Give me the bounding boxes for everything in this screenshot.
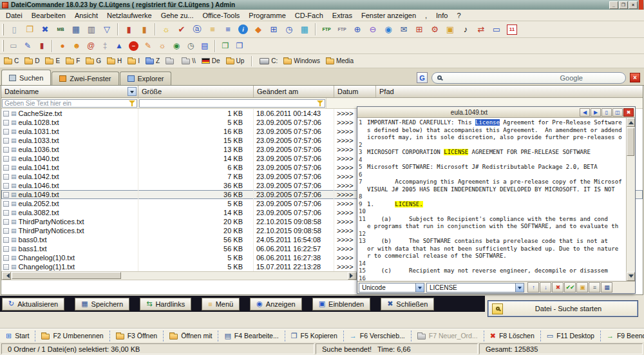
mail-icon[interactable]: ✉ bbox=[397, 23, 411, 36]
preview-print-button[interactable]: ≡ bbox=[589, 282, 600, 293]
network-button[interactable] bbox=[166, 57, 176, 64]
save-as-icon[interactable]: ❐ bbox=[23, 23, 37, 36]
fkey-f11-desktop[interactable]: ▭F11 Desktop bbox=[541, 331, 601, 341]
check-icon[interactable]: ✔ bbox=[175, 23, 189, 36]
drive-c-button[interactable]: C bbox=[4, 57, 19, 64]
diamond-icon[interactable]: ◆ bbox=[251, 23, 265, 36]
monitor-icon[interactable]: ▭ bbox=[489, 23, 504, 36]
info-icon[interactable]: i bbox=[238, 24, 248, 34]
music-note-icon[interactable]: ♪ bbox=[459, 23, 473, 36]
path-windows[interactable]: Windows bbox=[283, 57, 320, 64]
close-file-icon[interactable]: ✖ bbox=[38, 23, 52, 36]
window-blue-icon[interactable]: ❐ bbox=[233, 40, 246, 52]
ftp-gray-icon[interactable]: FTP bbox=[335, 23, 349, 36]
size-filter-input[interactable] bbox=[139, 99, 325, 108]
grid-icon[interactable]: ⊞ bbox=[267, 23, 281, 36]
tool-red-icon[interactable]: ▮ bbox=[35, 40, 48, 52]
menu-item-cd-fach[interactable]: CD-Fach bbox=[290, 11, 328, 20]
language-de-button[interactable]: De bbox=[202, 57, 220, 64]
preview-back-button[interactable]: ◀ bbox=[580, 108, 590, 117]
menu-item-bearbeiten[interactable]: Bearbeiten bbox=[27, 11, 70, 20]
globe-icon[interactable]: ◉ bbox=[381, 23, 395, 36]
fkey-f4-edit[interactable]: ▤F4 Bearbeite... bbox=[218, 331, 285, 341]
save-icon[interactable]: ▦ bbox=[69, 23, 83, 36]
row-checkbox[interactable] bbox=[3, 237, 9, 243]
file-search-start-button[interactable]: Datei - Suche starten bbox=[488, 300, 638, 317]
menu-item-office-tools[interactable]: Office-Tools bbox=[198, 11, 244, 20]
gear-icon[interactable]: ⚙ bbox=[428, 23, 442, 36]
row-checkbox[interactable] bbox=[3, 183, 9, 189]
preview-save-button[interactable]: ▦ bbox=[601, 282, 612, 293]
drive-h-button[interactable]: H bbox=[107, 57, 122, 64]
zoom-in-icon[interactable]: ⊕ bbox=[350, 23, 365, 36]
screen-red-icon[interactable]: ▮ bbox=[122, 23, 136, 36]
fkey-open-with[interactable]: Öffnen mit bbox=[164, 331, 218, 341]
row-checkbox[interactable] bbox=[3, 120, 9, 126]
lightbulb-icon[interactable]: ☼ bbox=[159, 23, 173, 36]
column-dropdown-icon[interactable] bbox=[128, 87, 137, 96]
menu-item-symbol[interactable]: ? bbox=[452, 11, 465, 20]
orange-ball-icon[interactable]: ● bbox=[56, 40, 69, 52]
mb-icon[interactable]: MB bbox=[53, 23, 68, 36]
scrollbar-thumb[interactable] bbox=[12, 272, 121, 279]
scroll-left-button[interactable] bbox=[2, 272, 11, 280]
column-header-gr-e[interactable]: Größe bbox=[138, 86, 254, 97]
row-checkbox[interactable] bbox=[3, 111, 9, 117]
name-filter-input[interactable] bbox=[2, 99, 137, 108]
horizontal-scrollbar[interactable] bbox=[1, 271, 357, 280]
hardlinks-button[interactable]: ⇆Hardlinks bbox=[140, 298, 191, 311]
search-text-icon[interactable]: ⓐ bbox=[190, 23, 204, 36]
drive-d-button[interactable]: D bbox=[24, 57, 39, 64]
unc-button[interactable]: \\ bbox=[182, 57, 196, 64]
menu-item-gehe-zu[interactable]: Gehe zu... bbox=[156, 11, 198, 20]
print-icon[interactable]: ▥ bbox=[84, 23, 99, 36]
preview-forward-button[interactable]: ▶ bbox=[591, 108, 601, 117]
row-checkbox[interactable] bbox=[3, 192, 9, 198]
grid-red-icon[interactable]: ⊞ bbox=[412, 23, 426, 36]
preview-close-button[interactable]: ✖ bbox=[623, 108, 634, 117]
fkey-f2-rename[interactable]: F2 Umbenennen bbox=[35, 331, 109, 341]
column-header-ge-ndert-am[interactable]: Geändert am bbox=[254, 86, 334, 97]
menu-item-netzlaufwerke[interactable]: Netzlaufwerke bbox=[102, 11, 156, 20]
row-checkbox[interactable] bbox=[3, 156, 9, 162]
find-dropdown-arrow-icon[interactable] bbox=[515, 283, 524, 292]
fkey-f6-move[interactable]: →F6 Verschieb... bbox=[344, 331, 412, 341]
row-checkbox[interactable] bbox=[3, 228, 9, 234]
menu-item-ansicht[interactable]: Ansicht bbox=[70, 11, 102, 20]
search-down-button[interactable]: ↓ bbox=[540, 282, 551, 293]
path-media[interactable]: Media bbox=[326, 57, 354, 64]
window-icon[interactable]: ▭ bbox=[7, 40, 20, 52]
close-panel-button[interactable]: ✖Schließen bbox=[381, 298, 434, 311]
save-button[interactable]: ▦Speichern bbox=[75, 298, 129, 311]
zoom-out-icon[interactable]: ⊖ bbox=[366, 23, 380, 36]
lock-icon[interactable]: ▣ bbox=[443, 23, 457, 36]
tiles-icon[interactable]: ▦ bbox=[298, 23, 312, 36]
fkey-f7-newfolder[interactable]: F7 Neuer_Ord... bbox=[412, 331, 484, 341]
search-close-button[interactable]: ✖ bbox=[552, 282, 564, 293]
refresh-button[interactable]: ↻Aktualisieren bbox=[2, 298, 64, 311]
ftp-icon[interactable]: FTP bbox=[319, 23, 334, 36]
drive-f-button[interactable]: F bbox=[66, 57, 80, 64]
find-input[interactable] bbox=[427, 283, 515, 292]
row-checkbox[interactable] bbox=[3, 264, 9, 270]
menu-item-programme[interactable]: Programme bbox=[244, 11, 290, 20]
list-yellow-icon[interactable]: ≡ bbox=[205, 23, 220, 36]
preview-scrollbar-thumb[interactable] bbox=[627, 128, 634, 156]
fkey-f5-copy[interactable]: ❐F5 Kopieren bbox=[285, 331, 344, 341]
menu-button[interactable]: ≡Menü bbox=[202, 298, 240, 311]
scroll-down-button[interactable] bbox=[627, 272, 635, 281]
row-checkbox[interactable] bbox=[3, 138, 9, 144]
badge-icon[interactable]: ◉ bbox=[170, 40, 183, 52]
encoding-select[interactable]: Unicode bbox=[359, 283, 424, 293]
sun-gear-icon[interactable]: ☼ bbox=[156, 40, 169, 52]
search-match-button[interactable]: ✔✔ bbox=[564, 282, 576, 293]
preview-columns-button[interactable]: ◫ bbox=[612, 108, 623, 117]
fkey-f9-quit[interactable]: →F9 Beenden bbox=[601, 331, 644, 341]
drive-e-button[interactable]: E bbox=[45, 57, 60, 64]
show-button[interactable]: ◉Anzeigen bbox=[250, 298, 301, 311]
google-g-button[interactable]: G bbox=[417, 72, 428, 83]
menu-item-symbol[interactable]: , bbox=[421, 11, 431, 20]
reveal-button[interactable]: ▣Einblenden bbox=[312, 298, 370, 311]
path-drive-c[interactable]: C: bbox=[260, 57, 278, 64]
at-icon[interactable]: @ bbox=[84, 40, 97, 52]
